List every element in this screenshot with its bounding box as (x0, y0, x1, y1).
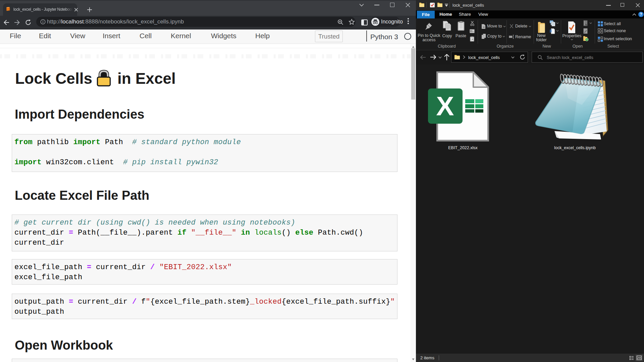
svg-text:X: X (436, 91, 454, 121)
